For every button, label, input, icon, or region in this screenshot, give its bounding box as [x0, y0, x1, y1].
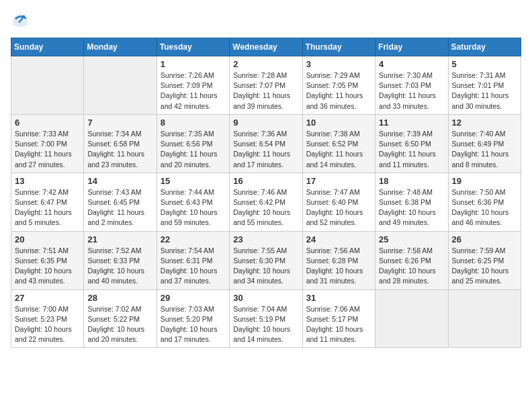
- calendar-cell: 23 Sunrise: 7:55 AM Sunset: 6:30 PM Dayl…: [230, 231, 302, 289]
- sunrise: Sunrise: 7:06 AM: [306, 305, 360, 313]
- day-number: 30: [233, 293, 298, 303]
- day-number: 19: [452, 176, 517, 186]
- sunrise: Sunrise: 7:56 AM: [306, 246, 360, 255]
- calendar-cell: [11, 56, 84, 115]
- day-info: Sunrise: 7:26 AM Sunset: 7:09 PM Dayligh…: [161, 71, 226, 111]
- sunrise: Sunrise: 7:46 AM: [233, 188, 287, 196]
- sunrise: Sunrise: 7:51 AM: [15, 246, 69, 255]
- calendar-cell: 13 Sunrise: 7:42 AM Sunset: 6:47 PM Dayl…: [11, 173, 84, 231]
- daylight: Daylight: 11 hours and 42 minutes.: [161, 91, 218, 109]
- day-number: 16: [233, 176, 298, 186]
- sunset: Sunset: 6:31 PM: [161, 257, 213, 265]
- day-number: 29: [161, 293, 226, 303]
- sunset: Sunset: 7:00 PM: [15, 140, 67, 148]
- day-info: Sunrise: 7:44 AM Sunset: 6:43 PM Dayligh…: [161, 187, 226, 228]
- svg-point-1: [22, 15, 25, 18]
- calendar-cell: 1 Sunrise: 7:26 AM Sunset: 7:09 PM Dayli…: [157, 56, 229, 115]
- daylight: Daylight: 10 hours and 49 minutes.: [379, 208, 436, 226]
- daylight: Daylight: 11 hours and 39 minutes.: [233, 91, 290, 109]
- calendar-cell: 16 Sunrise: 7:46 AM Sunset: 6:42 PM Dayl…: [230, 173, 302, 231]
- calendar-cell: [84, 56, 157, 115]
- day-number: 21: [87, 234, 152, 244]
- sunrise: Sunrise: 7:36 AM: [233, 130, 287, 138]
- day-info: Sunrise: 7:03 AM Sunset: 5:20 PM Dayligh…: [161, 304, 226, 345]
- day-number: 6: [15, 118, 80, 128]
- day-info: Sunrise: 7:36 AM Sunset: 6:54 PM Dayligh…: [233, 129, 298, 170]
- day-number: 27: [15, 293, 80, 303]
- sunrise: Sunrise: 7:00 AM: [15, 305, 69, 313]
- calendar-cell: 20 Sunrise: 7:51 AM Sunset: 6:35 PM Dayl…: [11, 231, 84, 289]
- day-number: 28: [87, 293, 152, 303]
- calendar-cell: 17 Sunrise: 7:47 AM Sunset: 6:40 PM Dayl…: [302, 173, 375, 231]
- daylight: Daylight: 10 hours and 11 minutes.: [306, 325, 363, 343]
- daylight: Daylight: 11 hours and 20 minutes.: [161, 150, 218, 168]
- sunrise: Sunrise: 7:35 AM: [161, 130, 214, 138]
- sunset: Sunset: 5:20 PM: [161, 315, 213, 323]
- calendar-cell: 4 Sunrise: 7:30 AM Sunset: 7:03 PM Dayli…: [375, 56, 448, 115]
- calendar-cell: 31 Sunrise: 7:06 AM Sunset: 5:17 PM Dayl…: [302, 289, 375, 348]
- day-info: Sunrise: 7:04 AM Sunset: 5:19 PM Dayligh…: [233, 304, 298, 345]
- calendar-table: SundayMondayTuesdayWednesdayThursdayFrid…: [11, 38, 521, 348]
- sunset: Sunset: 7:05 PM: [306, 81, 359, 89]
- sunrise: Sunrise: 7:48 AM: [379, 188, 433, 196]
- sunset: Sunset: 6:43 PM: [161, 198, 213, 206]
- sunset: Sunset: 6:52 PM: [306, 140, 359, 148]
- day-header-tuesday: Tuesday: [157, 38, 229, 56]
- day-info: Sunrise: 7:31 AM Sunset: 7:01 PM Dayligh…: [452, 71, 517, 111]
- day-info: Sunrise: 7:54 AM Sunset: 6:31 PM Dayligh…: [161, 246, 226, 287]
- day-info: Sunrise: 7:46 AM Sunset: 6:42 PM Dayligh…: [233, 187, 298, 228]
- day-number: 22: [161, 234, 226, 244]
- daylight: Daylight: 10 hours and 34 minutes.: [233, 267, 290, 285]
- sunset: Sunset: 5:23 PM: [15, 315, 67, 323]
- day-info: Sunrise: 7:02 AM Sunset: 5:22 PM Dayligh…: [87, 304, 152, 345]
- day-header-monday: Monday: [84, 38, 157, 56]
- daylight: Daylight: 10 hours and 37 minutes.: [161, 267, 218, 285]
- sunset: Sunset: 7:03 PM: [379, 81, 431, 89]
- calendar-cell: 28 Sunrise: 7:02 AM Sunset: 5:22 PM Dayl…: [84, 289, 157, 348]
- daylight: Daylight: 10 hours and 46 minutes.: [452, 208, 509, 226]
- calendar-cell: 24 Sunrise: 7:56 AM Sunset: 6:28 PM Dayl…: [302, 231, 375, 289]
- day-info: Sunrise: 7:39 AM Sunset: 6:50 PM Dayligh…: [379, 129, 444, 170]
- sunrise: Sunrise: 7:38 AM: [306, 130, 360, 138]
- sunset: Sunset: 6:40 PM: [306, 198, 359, 206]
- daylight: Daylight: 10 hours and 25 minutes.: [452, 267, 509, 285]
- sunset: Sunset: 7:01 PM: [452, 81, 504, 89]
- sunrise: Sunrise: 7:42 AM: [15, 188, 69, 196]
- sunrise: Sunrise: 7:31 AM: [452, 71, 506, 79]
- day-info: Sunrise: 7:29 AM Sunset: 7:05 PM Dayligh…: [306, 71, 371, 111]
- calendar-cell: 6 Sunrise: 7:33 AM Sunset: 7:00 PM Dayli…: [11, 114, 84, 173]
- calendar-cell: 11 Sunrise: 7:39 AM Sunset: 6:50 PM Dayl…: [375, 114, 448, 173]
- day-info: Sunrise: 7:48 AM Sunset: 6:38 PM Dayligh…: [379, 187, 444, 228]
- day-number: 23: [233, 234, 298, 244]
- sunrise: Sunrise: 7:50 AM: [452, 188, 506, 196]
- day-number: 24: [306, 234, 371, 244]
- sunrise: Sunrise: 7:04 AM: [233, 305, 287, 313]
- calendar-cell: 15 Sunrise: 7:44 AM Sunset: 6:43 PM Dayl…: [157, 173, 229, 231]
- day-header-thursday: Thursday: [302, 38, 375, 56]
- sunset: Sunset: 6:36 PM: [452, 198, 504, 206]
- daylight: Daylight: 11 hours and 8 minutes.: [452, 150, 509, 168]
- day-info: Sunrise: 7:51 AM Sunset: 6:35 PM Dayligh…: [15, 246, 80, 287]
- calendar-cell: 19 Sunrise: 7:50 AM Sunset: 6:36 PM Dayl…: [448, 173, 521, 231]
- calendar-cell: 9 Sunrise: 7:36 AM Sunset: 6:54 PM Dayli…: [230, 114, 302, 173]
- day-number: 31: [306, 293, 371, 303]
- day-number: 8: [161, 118, 226, 128]
- calendar-cell: 3 Sunrise: 7:29 AM Sunset: 7:05 PM Dayli…: [302, 56, 375, 115]
- day-number: 2: [233, 59, 298, 69]
- daylight: Daylight: 11 hours and 33 minutes.: [379, 91, 436, 109]
- logo: [11, 11, 32, 30]
- day-info: Sunrise: 7:33 AM Sunset: 7:00 PM Dayligh…: [15, 129, 80, 170]
- sunrise: Sunrise: 7:02 AM: [87, 305, 141, 313]
- calendar-cell: [448, 289, 521, 348]
- sunset: Sunset: 6:58 PM: [87, 140, 140, 148]
- daylight: Daylight: 11 hours and 23 minutes.: [87, 150, 144, 168]
- day-info: Sunrise: 7:28 AM Sunset: 7:07 PM Dayligh…: [233, 71, 298, 111]
- day-info: Sunrise: 7:06 AM Sunset: 5:17 PM Dayligh…: [306, 304, 371, 345]
- day-number: 7: [87, 118, 152, 128]
- daylight: Daylight: 11 hours and 14 minutes.: [306, 150, 363, 168]
- day-info: Sunrise: 7:56 AM Sunset: 6:28 PM Dayligh…: [306, 246, 371, 287]
- sunrise: Sunrise: 7:40 AM: [452, 130, 506, 138]
- day-info: Sunrise: 7:34 AM Sunset: 6:58 PM Dayligh…: [87, 129, 152, 170]
- day-header-friday: Friday: [375, 38, 448, 56]
- sunset: Sunset: 5:19 PM: [233, 315, 285, 323]
